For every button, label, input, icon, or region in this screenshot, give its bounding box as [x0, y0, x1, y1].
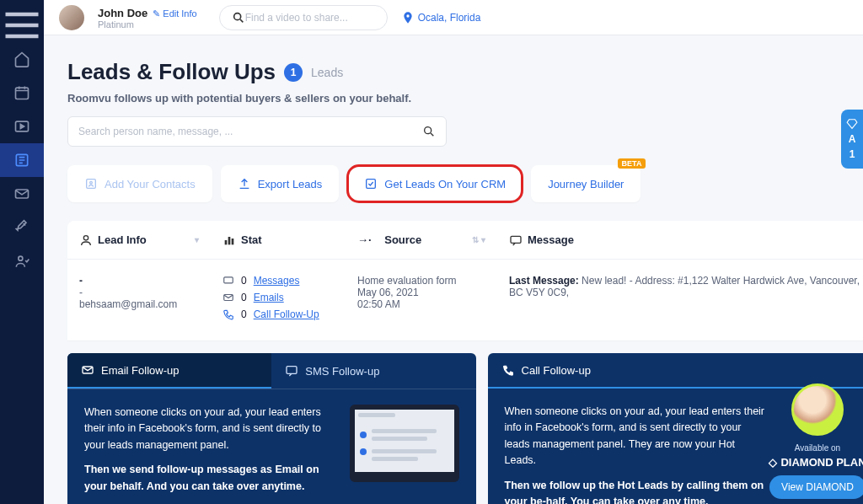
location-text: Ocala, Florida: [418, 12, 481, 24]
svg-rect-14: [232, 239, 234, 244]
mail-icon: [81, 363, 94, 377]
followup-call-card: Call Follow-up When someone clicks on yo…: [488, 353, 863, 504]
lead-search-input[interactable]: [78, 126, 422, 137]
promo-plan: DIAMOND PLAN: [780, 456, 863, 469]
svg-rect-16: [224, 277, 233, 283]
nav-profile[interactable]: [0, 244, 44, 278]
page-title: Leads & Follow Ups: [67, 59, 276, 85]
avatar[interactable]: [59, 5, 84, 30]
floating-widget[interactable]: A 1: [841, 110, 863, 169]
svg-rect-13: [228, 237, 231, 244]
message-icon: [222, 275, 234, 287]
followup-email-card: Email Follow-up SMS Follow-up When someo…: [67, 353, 476, 504]
emails-link[interactable]: Emails: [254, 292, 284, 303]
th-stat[interactable]: Stat: [211, 233, 346, 247]
laptop-mock: [350, 405, 459, 482]
sms-icon: [285, 364, 298, 378]
email-card-p2: Then we send follow-up messages as Email…: [84, 464, 319, 491]
nav-leads[interactable]: [0, 143, 44, 177]
svg-point-7: [425, 127, 432, 134]
hamburger-icon[interactable]: [0, 8, 44, 42]
filter-icon[interactable]: ▾: [195, 235, 199, 244]
svg-point-11: [83, 235, 88, 239]
view-diamond-button[interactable]: View DIAMOND: [769, 475, 863, 499]
svg-rect-10: [367, 180, 376, 189]
add-contacts-button[interactable]: Add Your Contacts: [67, 165, 212, 202]
nav-promote[interactable]: [0, 211, 44, 244]
nav-mail[interactable]: [0, 177, 44, 211]
tab-sms-followup[interactable]: SMS Follow-up: [271, 353, 475, 389]
lead-search[interactable]: [67, 116, 447, 147]
lead-email: behsaam@gmail.com: [79, 298, 199, 310]
lead-phone: -: [79, 287, 199, 298]
nav-home[interactable]: [0, 42, 44, 76]
call-card-p2: Then we follow up the Hot Leads by calli…: [505, 480, 764, 505]
table-row[interactable]: - - behsaam@gmail.com 0Messages 0Emails …: [67, 260, 863, 341]
journey-builder-button[interactable]: Journey Builder: [531, 165, 641, 202]
source-time: 02:50 AM: [357, 298, 485, 310]
nav-video[interactable]: [0, 110, 44, 143]
source-date: May 06, 2021: [357, 287, 485, 298]
svg-point-6: [406, 14, 409, 17]
sort-icon[interactable]: ⇅ ▾: [472, 235, 485, 244]
call-followup-link[interactable]: Call Follow-Up: [254, 308, 319, 320]
get-leads-crm-button[interactable]: Get Leads On Your CRM: [347, 165, 523, 202]
lead-name: -: [79, 275, 199, 287]
svg-rect-12: [225, 240, 228, 244]
top-search-input[interactable]: [245, 12, 375, 24]
support-avatar: [791, 383, 844, 436]
user-tier: Platinum: [98, 19, 197, 29]
svg-point-4: [19, 256, 23, 260]
top-search[interactable]: [219, 5, 388, 30]
tab-email-followup[interactable]: Email Follow-up: [67, 353, 271, 389]
email-card-p1: When someone clicks on your ad, your lea…: [84, 405, 338, 453]
location-link[interactable]: Ocala, Florida: [401, 11, 481, 24]
call-card-p1: When someone clicks on your ad, your lea…: [505, 404, 767, 469]
message-icon: [509, 233, 523, 247]
contacts-icon: [84, 177, 98, 190]
user-name: John Doe: [98, 7, 147, 19]
check-box-icon: [364, 177, 378, 190]
export-leads-button[interactable]: Export Leads: [221, 165, 340, 202]
phone-icon: [222, 308, 234, 320]
promo-available: Available on: [795, 443, 840, 453]
svg-point-9: [90, 181, 93, 184]
source-title: Home evaluation form: [357, 275, 485, 287]
page-description: Roomvu follows up with potential buyers …: [67, 92, 863, 105]
diamond-icon: ◇: [769, 456, 777, 469]
svg-rect-15: [511, 236, 521, 243]
search-icon: [422, 125, 436, 138]
svg-rect-0: [16, 88, 29, 99]
search-icon: [232, 11, 245, 24]
th-lead-info[interactable]: Lead Info▾: [67, 233, 211, 247]
th-message[interactable]: Message: [497, 233, 863, 247]
table-header: Lead Info▾ Stat →· Source⇅ ▾ Message: [67, 221, 863, 260]
svg-rect-19: [287, 367, 297, 374]
diamond-icon: [846, 118, 858, 130]
last-message-label: Last Message:: [509, 275, 579, 287]
mail-icon: [222, 292, 234, 303]
nav-calendar[interactable]: [0, 76, 44, 110]
pin-icon: [401, 11, 415, 24]
lead-count-label: Leads: [311, 66, 343, 79]
lead-count-badge: 1: [284, 63, 303, 82]
diamond-promo: Available on ◇DIAMOND PLAN View DIAMOND: [767, 383, 863, 499]
bar-chart-icon: [222, 233, 236, 247]
th-source[interactable]: →· Source⇅ ▾: [346, 233, 497, 246]
phone-icon: [501, 363, 515, 377]
person-icon: [79, 233, 93, 247]
edit-info-link[interactable]: ✎ Edit Info: [153, 8, 196, 19]
beta-badge: BETA: [618, 158, 646, 169]
messages-link[interactable]: Messages: [254, 275, 300, 287]
upload-icon: [238, 177, 251, 190]
svg-point-5: [233, 13, 240, 19]
